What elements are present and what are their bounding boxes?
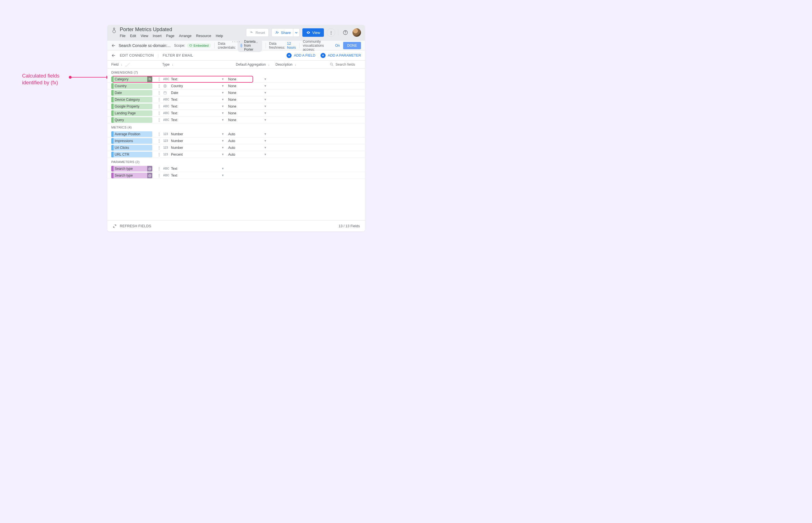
field-chip[interactable]: Date (111, 90, 152, 96)
chevron-down-icon[interactable]: ▼ (264, 132, 267, 136)
chevron-down-icon[interactable]: ▼ (222, 146, 224, 149)
field-chip[interactable]: Search type@ (111, 173, 152, 178)
chevron-down-icon[interactable]: ▼ (222, 132, 224, 136)
chevron-down-icon[interactable]: ▼ (222, 118, 224, 122)
resize-handle-icon[interactable] (125, 63, 130, 66)
refresh-icon[interactable] (112, 224, 117, 228)
type-cell[interactable]: 123Number▼ (163, 132, 228, 136)
edit-connection-button[interactable]: EDIT CONNECTION (120, 54, 154, 57)
field-chip[interactable]: Google Property (111, 104, 152, 109)
row-menu-button[interactable]: ⋮ (156, 139, 161, 143)
chevron-down-icon[interactable]: ▼ (222, 139, 224, 142)
share-button[interactable]: Share (271, 28, 293, 37)
chevron-down-icon[interactable]: ▼ (264, 77, 267, 81)
credentials-pill[interactable]: Daniela , from Porter (237, 39, 262, 52)
menu-page[interactable]: Page (166, 34, 174, 38)
aggregation-cell[interactable]: None▼ (228, 98, 271, 102)
field-chip[interactable]: Url Clicks (111, 145, 152, 150)
col-type[interactable]: Type↓ (162, 62, 236, 67)
type-cell[interactable]: ABCText▼ (163, 111, 228, 115)
row-menu-button[interactable]: ⋮ (156, 132, 161, 136)
type-cell[interactable]: ABCText▼ (163, 105, 228, 108)
back-arrow-icon[interactable] (111, 43, 116, 48)
aggregation-cell[interactable]: Auto▼ (228, 146, 271, 150)
chevron-down-icon[interactable]: ▼ (222, 153, 224, 156)
type-cell[interactable]: 123Number▼ (163, 139, 228, 143)
aggregation-cell[interactable]: None▼ (228, 77, 271, 81)
chevron-down-icon[interactable]: ▼ (264, 111, 267, 115)
row-menu-button[interactable]: ⋮ (156, 174, 161, 177)
menu-resource[interactable]: Resource (196, 34, 211, 38)
chevron-down-icon[interactable]: ▼ (222, 174, 224, 177)
row-menu-button[interactable]: ⋮ (156, 91, 161, 95)
type-cell[interactable]: ABCText▼ (163, 167, 228, 170)
chevron-down-icon[interactable]: ▼ (264, 139, 267, 142)
field-chip[interactable]: Search type@ (111, 166, 152, 172)
field-chip[interactable]: Country (111, 83, 152, 89)
row-menu-button[interactable]: ⋮ (156, 77, 161, 81)
done-button[interactable]: DONE (343, 42, 361, 49)
row-menu-button[interactable]: ⋮ (156, 84, 161, 88)
chevron-down-icon[interactable]: ▼ (222, 167, 224, 170)
add-field-button[interactable]: + ADD A FIELD (286, 53, 315, 58)
search-fields[interactable] (330, 62, 361, 67)
chevron-down-icon[interactable]: ▼ (222, 98, 224, 101)
menu-file[interactable]: File (120, 34, 125, 38)
type-cell[interactable]: ABCText▼ (163, 174, 228, 177)
chevron-down-icon[interactable]: ▼ (264, 153, 267, 156)
chevron-down-icon[interactable]: ▼ (222, 84, 224, 88)
chevron-down-icon[interactable]: ▼ (264, 84, 267, 88)
chevron-down-icon[interactable]: ▼ (264, 118, 267, 122)
chevron-down-icon[interactable]: ▼ (264, 98, 267, 101)
field-chip[interactable]: Impressions (111, 138, 152, 144)
row-menu-button[interactable]: ⋮ (156, 146, 161, 150)
aggregation-cell[interactable]: Auto▼ (228, 152, 271, 157)
chevron-down-icon[interactable]: ▼ (264, 105, 267, 108)
aggregation-cell[interactable]: Auto▼ (228, 139, 271, 143)
col-description[interactable]: Description↓ (276, 62, 301, 67)
col-field[interactable]: Field↓ (111, 62, 162, 67)
chevron-down-icon[interactable]: ▼ (222, 105, 224, 108)
menu-arrange[interactable]: Arrange (179, 34, 191, 38)
view-button[interactable]: View (302, 28, 324, 37)
field-chip[interactable]: Categoryfx (111, 76, 152, 82)
search-input[interactable] (336, 62, 361, 67)
type-cell[interactable]: ABCText▼ (163, 118, 228, 122)
row-menu-button[interactable]: ⋮ (156, 98, 161, 102)
field-chip[interactable]: Query (111, 117, 152, 123)
chevron-down-icon[interactable]: ▼ (264, 91, 267, 94)
type-cell[interactable]: ABCText▼ (163, 98, 228, 102)
reset-button[interactable]: Reset (246, 28, 269, 37)
filter-by-email-button[interactable]: FILTER BY EMAIL (163, 54, 193, 57)
viz-access-value[interactable]: On (335, 43, 340, 48)
menu-help[interactable]: Help (216, 34, 223, 38)
aggregation-cell[interactable]: None▼ (228, 91, 271, 95)
scope-pill[interactable]: Embedded (187, 43, 211, 48)
chevron-down-icon[interactable]: ▼ (264, 146, 267, 149)
more-options-button[interactable]: ⋮ (327, 28, 335, 37)
field-chip[interactable]: Average Position (111, 131, 152, 137)
type-cell[interactable]: 123Number▼ (163, 146, 228, 150)
row-menu-button[interactable]: ⋮ (156, 105, 161, 108)
row-menu-button[interactable]: ⋮ (156, 152, 161, 157)
field-chip[interactable]: URL CTR (111, 152, 152, 157)
row-menu-button[interactable]: ⋮ (156, 118, 161, 122)
share-dropdown[interactable] (293, 28, 300, 37)
aggregation-cell[interactable]: None▼ (228, 84, 271, 88)
menu-edit[interactable]: Edit (130, 34, 136, 38)
menu-insert[interactable]: Insert (153, 34, 162, 38)
aggregation-cell[interactable]: None▼ (228, 111, 271, 115)
menu-view[interactable]: View (141, 34, 148, 38)
chevron-down-icon[interactable]: ▼ (222, 77, 224, 81)
type-cell[interactable]: 123Percent▼ (163, 152, 228, 157)
chevron-down-icon[interactable]: ▼ (222, 111, 224, 115)
aggregation-cell[interactable]: Auto▼ (228, 132, 271, 136)
row-menu-button[interactable]: ⋮ (156, 111, 161, 115)
drag-handle-icon[interactable]: • • • • (232, 40, 240, 43)
aggregation-cell[interactable]: None▼ (228, 118, 271, 122)
type-cell[interactable]: Country▼ (163, 84, 228, 88)
aggregation-cell[interactable]: None▼ (228, 105, 271, 108)
field-chip[interactable]: Device Category (111, 97, 152, 103)
refresh-fields-button[interactable]: REFRESH FIELDS (120, 224, 151, 228)
user-avatar[interactable] (353, 28, 361, 37)
